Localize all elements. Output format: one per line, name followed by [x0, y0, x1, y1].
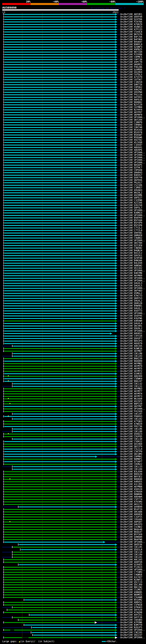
hit-label[interactable]: UniRef100_B0Z9L2	[120, 192, 142, 194]
hit-label[interactable]: UniRef100_P25998	[120, 53, 142, 56]
hit-label[interactable]: UniRef100_UPI000..	[120, 629, 145, 631]
hit-label[interactable]: UniRef100_C1BVS9	[120, 81, 142, 84]
hit-label[interactable]: UniRef100_Q9Z237	[120, 634, 142, 636]
hit-label[interactable]: UniRef100_UPI000..	[120, 312, 145, 314]
hit-label[interactable]: UniRef100_A9ZT82	[120, 139, 142, 141]
hit-label[interactable]: UniRef100_A7KCY3	[120, 294, 142, 297]
hit-label[interactable]: UniRef100_C8CLS4	[120, 551, 142, 553]
hit-label[interactable]: UniRef100_C5LCL4	[120, 448, 142, 450]
hit-label[interactable]: UniRef100_A6YM77	[120, 390, 142, 392]
hit-label[interactable]: UniRef100_A6RFU9	[120, 561, 142, 563]
hit-label[interactable]: UniRef100_B3M7Y9	[120, 624, 142, 626]
hit-label[interactable]: UniRef100_C8CLR0	[120, 430, 142, 433]
hit-label[interactable]: UniRef100_A6YM79	[120, 365, 142, 367]
hit-label[interactable]: UniRef100_Q6Y204	[120, 118, 142, 121]
hit-label[interactable]: UniRef100_C0SG66	[120, 518, 142, 521]
hit-label[interactable]: UniRef100_Q2I3E8	[120, 244, 142, 247]
hit-label[interactable]: UniRef100_UPI000..	[120, 239, 145, 242]
hit-label[interactable]: UniRef100_B8PII0	[120, 402, 142, 405]
hit-label[interactable]: UniRef100_Q7RVQ9	[120, 490, 142, 493]
hit-label[interactable]: UniRef100_C1MXE7	[120, 186, 142, 189]
hit-label[interactable]: UniRef100_Q4GXL2	[120, 300, 142, 302]
hit-label[interactable]: UniRef100_Q5K8Z3	[120, 433, 142, 435]
hit-label[interactable]: UniRef100_B0DK80	[120, 478, 142, 480]
hit-label[interactable]: UniRef100_Q2HRD6	[120, 68, 142, 71]
hit-label[interactable]: UniRef100_Q3THC7	[120, 166, 142, 169]
hit-label[interactable]: UniRef100_B4LDV0	[120, 262, 142, 264]
hit-label[interactable]: UniRef100_A9BKB5	[120, 591, 142, 594]
hit-label[interactable]: UniRef100_Q42064	[120, 71, 142, 73]
hit-label[interactable]: UniRef100_B6AFN8	[120, 538, 142, 541]
hit-label[interactable]: UniRef100_B8MBP1	[120, 458, 142, 460]
hit-label[interactable]: UniRef100_A7E5M3	[120, 500, 142, 503]
hit-label[interactable]: UniRef100_B5XFI9	[120, 508, 142, 510]
hit-label[interactable]: UniRef100_A7TQR3	[120, 420, 142, 423]
hit-label[interactable]: UniRef100_C9EI05	[120, 631, 142, 634]
hit-label[interactable]: UniRef100_A5AW13	[120, 26, 142, 28]
hit-label[interactable]: UniRef100_Q95PN4	[120, 91, 142, 94]
hit-label[interactable]: UniRef100_A8Q304	[120, 375, 142, 378]
hit-label[interactable]: UniRef100_B2YI29	[120, 104, 142, 106]
hit-label[interactable]: UniRef100_B6DDR9	[120, 360, 142, 362]
hit-label[interactable]: UniRef100_B6RB82	[120, 101, 142, 104]
hit-label[interactable]: UniRef100_Q4YYJ6	[120, 616, 142, 619]
hit-label[interactable]: UniRef100_A8NSW2	[120, 264, 142, 267]
hit-label[interactable]: UniRef100_A9PCT0	[120, 61, 142, 63]
hit-label[interactable]: UniRef100_P41116	[120, 94, 142, 96]
hit-label[interactable]: UniRef100_Q8ITB4	[120, 242, 142, 244]
hit-label[interactable]: UniRef100_Q6EMI5	[120, 63, 142, 66]
hit-label[interactable]: UniRef100_B4FJS6	[120, 36, 142, 38]
hit-label[interactable]: UniRef100_B9W9B1	[120, 304, 142, 307]
hit-label[interactable]: UniRef100_A0C103	[120, 558, 142, 561]
hit-label[interactable]: UniRef100_A6YM75	[120, 367, 142, 370]
hit-label[interactable]: UniRef100_Q6F483	[120, 290, 142, 292]
hit-label[interactable]: UniRef100_C8CLR5	[120, 546, 142, 548]
hit-label[interactable]: UniRef100_C0PQ62	[120, 86, 142, 88]
hit-label[interactable]: UniRef100_B6QG48	[120, 528, 142, 531]
hit-label[interactable]: UniRef100_P62917	[120, 182, 142, 184]
hit-label[interactable]: UniRef100_C8CLR7	[120, 412, 142, 415]
hit-label[interactable]: UniRef100_A6YM87	[120, 350, 142, 352]
hit-label[interactable]: UniRef100_C8CLS2	[120, 382, 142, 385]
hit-label[interactable]: UniRef100_Q5D1L8	[120, 548, 142, 551]
hit-label[interactable]: UniRef100_UPI000..	[120, 154, 145, 156]
hit-label[interactable]: UniRef100_UPI000..	[120, 269, 145, 272]
hit-label[interactable]: UniRef100_B6TGT0	[120, 33, 142, 36]
hit-label[interactable]: UniRef100_B5XCK4	[120, 128, 142, 131]
hit-label[interactable]: UniRef100_C8CLR9	[120, 553, 142, 556]
hit-label[interactable]: UniRef100_Q4GXL5	[120, 284, 142, 287]
hit-label[interactable]: UniRef100_C8CLS0	[120, 438, 142, 440]
hit-label[interactable]: UniRef100_Q49B99	[120, 506, 142, 508]
hit-label[interactable]: UniRef100_Q9V3G1	[120, 254, 142, 257]
hit-label[interactable]: UniRef100_A6YM83	[120, 388, 142, 390]
hit-label[interactable]: UniRef100_UPI000..	[120, 209, 145, 212]
hit-label[interactable]: UniRef100_C8CLR4	[120, 468, 142, 470]
hit-label[interactable]: UniRef100_UPI000..	[120, 159, 145, 161]
hit-label[interactable]: UniRef100_Q75AP7	[120, 460, 142, 463]
hit-label[interactable]: UniRef100_A8X079	[120, 342, 142, 345]
hit-label[interactable]: UniRef100_UPI000..	[120, 151, 145, 154]
hit-label[interactable]: UniRef100_Q8MUE8	[120, 234, 142, 237]
hit-label[interactable]: UniRef100_B2WK16	[120, 347, 142, 350]
hit-label[interactable]: UniRef100_B4IZC2	[120, 252, 142, 254]
hit-label[interactable]: UniRef100_C4YCU4	[120, 335, 142, 337]
hit-label[interactable]: UniRef100_A5JVQ0	[120, 141, 142, 144]
hit-label[interactable]: UniRef100_A0D0E8	[120, 513, 142, 516]
hit-label[interactable]: UniRef100_C8CLS3	[120, 465, 142, 468]
hit-label[interactable]: UniRef100_Q1HR32	[120, 372, 142, 375]
hit-label[interactable]: UniRef100_B5DGW7	[120, 134, 142, 136]
hit-label[interactable]: UniRef100_A7QDZ9	[120, 23, 142, 26]
hit-label[interactable]: UniRef100_A8PGR7	[120, 521, 142, 523]
hit-label[interactable]: UniRef100_B0VZP3	[120, 340, 142, 342]
hit-label[interactable]: UniRef100_UPI000..	[120, 541, 145, 543]
hit-label[interactable]: UniRef100_B2D2F5	[120, 626, 142, 629]
hit-label[interactable]: UniRef100_A8IVK1	[120, 13, 142, 16]
hit-label[interactable]: UniRef100_A9VAD3	[120, 189, 142, 192]
hit-label[interactable]: UniRef100_A9Z0M6	[120, 194, 142, 196]
hit-label[interactable]: UniRef100_Q9U9L2	[120, 327, 142, 330]
hit-label[interactable]: UniRef100_C5X4C8	[120, 30, 142, 33]
hit-label[interactable]: UniRef100_Q4GXL4	[120, 322, 142, 325]
hit-label[interactable]: UniRef100_A0FDJ6	[120, 98, 142, 101]
hit-label[interactable]: UniRef100_B5DGW6	[120, 136, 142, 139]
hit-label[interactable]: UniRef100_A9J5P2	[120, 400, 142, 402]
